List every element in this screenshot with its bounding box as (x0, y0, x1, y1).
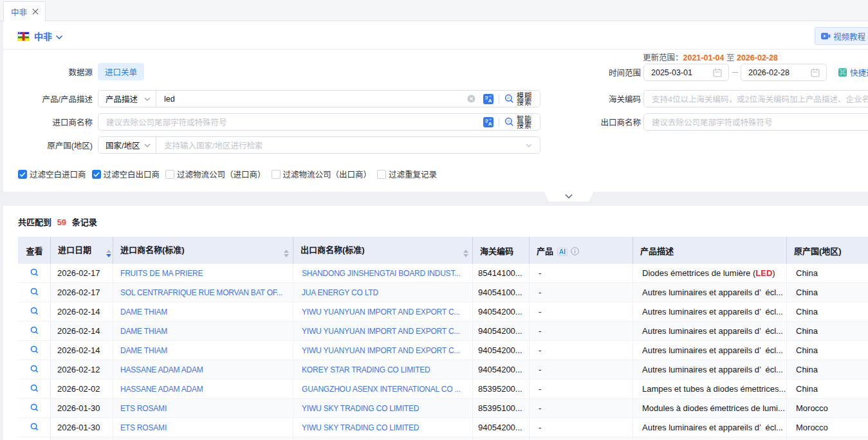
svg-text:⌘: ⌘ (840, 69, 846, 76)
